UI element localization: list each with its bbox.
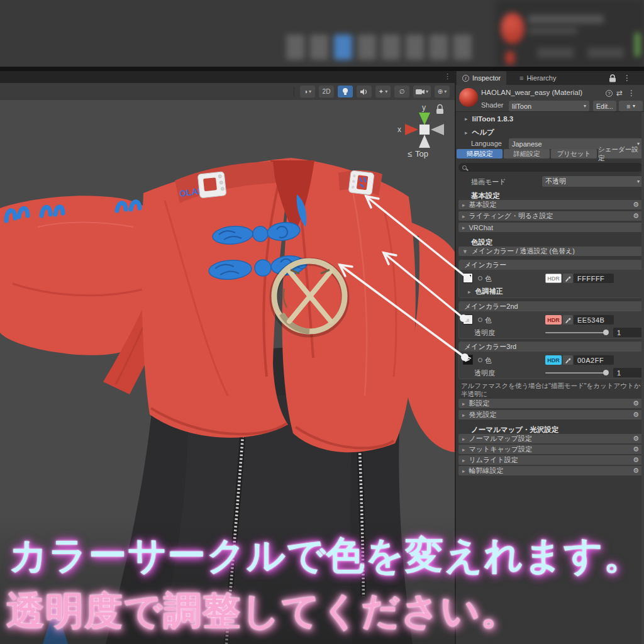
shader-menu-button[interactable]: ≡ ▾ [619, 101, 643, 111]
search-input[interactable] [458, 163, 643, 172]
tab-detail-settings[interactable]: 詳細設定 [504, 149, 550, 158]
opacity-value-field[interactable]: 1 [613, 328, 643, 337]
shader-label: Shader [481, 101, 503, 109]
kebab-icon[interactable]: ⋮ [628, 89, 635, 97]
alpha-mask-note-line1: アルファマスクを使う場合は"描画モード"をカットアウトか半透明に [461, 382, 643, 398]
hex-value-field[interactable]: EE534B [574, 315, 614, 325]
tab-presets[interactable]: プリセット [551, 149, 597, 158]
foldout-arrow-icon: ▸ [462, 401, 465, 407]
gear-icon[interactable]: ⚙ [633, 445, 639, 453]
foldout-shadow-settings[interactable]: ▸ 影設定 ⚙ [458, 399, 643, 408]
object-picker-icon[interactable] [478, 358, 482, 362]
blurred-toolbar-content [0, 0, 644, 68]
material-preview-sphere[interactable] [459, 88, 478, 107]
gizmos-button[interactable]: ⊕ ▾ [435, 86, 450, 97]
inspector-tab-bar: i Inspector ≡ Hierarchy ⋮ [456, 71, 644, 85]
eyedropper-icon[interactable] [563, 274, 573, 283]
window-separator [0, 67, 644, 71]
foldout-lighting-settings[interactable]: ▸ ライティング・明るさ設定 ⚙ [458, 211, 643, 221]
chevron-down-icon: ▾ [385, 89, 387, 94]
scene-camera-button[interactable]: ▾ [413, 86, 431, 97]
blurred-tool-button [382, 35, 400, 60]
speaker-icon [360, 88, 368, 96]
camera-icon [416, 89, 425, 95]
hex-value-field[interactable]: 00A2FF [574, 355, 614, 365]
foldout-main-color[interactable]: ▼ メインカラー / 透過設定 (色替え) [458, 247, 643, 256]
edit-shader-button[interactable]: Edit... [593, 101, 616, 111]
lock-icon[interactable] [609, 74, 616, 82]
material-header: HAOLAN_wear_easy (Material) ? ⇄ ⋮ Shader… [456, 85, 644, 112]
object-picker-icon[interactable] [478, 318, 482, 322]
main-color-2nd-group: メインカラー2nd 色 HDR EE534B 透明度 1 [458, 301, 643, 339]
hex-value-field[interactable]: FFFFFF [574, 274, 614, 283]
shader-value: lilToon [512, 103, 531, 110]
blurred-red-chip [506, 52, 514, 64]
foldout-label: マットキャップ設定 [469, 445, 533, 454]
gear-icon[interactable]: ⚙ [633, 467, 639, 475]
opacity-slider[interactable] [545, 332, 607, 333]
blurred-tool-button [286, 35, 304, 60]
foldout-arrow-icon: ▸ [462, 457, 465, 464]
foldout-vrchat[interactable]: ▸ VRChat [458, 223, 643, 232]
scene-toolbar: ◑ ▾ 2D ✦ ▾ ∅ ▾ [0, 83, 455, 100]
texture-thumbnail[interactable] [463, 314, 473, 325]
foldout-matcap[interactable]: ▸ マットキャップ設定 ⚙ [458, 445, 643, 454]
hdr-color-swatch[interactable]: HDR [545, 355, 562, 365]
scene-visibility-toggle[interactable]: ∅ [394, 86, 409, 97]
hdr-color-swatch[interactable]: HDR [545, 274, 562, 283]
foldout-emission-settings[interactable]: ▸ 発光設定 ⚙ [458, 410, 643, 419]
kebab-icon[interactable]: ⋮ [444, 72, 451, 80]
foldout-outline[interactable]: ▸ 輪郭線設定 ⚙ [458, 466, 643, 475]
scene-lighting-toggle[interactable] [338, 86, 353, 97]
blurred-button [587, 48, 624, 58]
help-icon[interactable]: ? [606, 90, 613, 97]
foldout-label: 輪郭線設定 [469, 466, 504, 475]
tab-inspector[interactable]: i Inspector [457, 71, 506, 85]
gear-icon[interactable]: ⚙ [633, 201, 639, 209]
kebab-icon[interactable]: ⋮ [623, 74, 631, 82]
texture-thumbnail[interactable] [463, 273, 473, 283]
object-picker-icon[interactable] [478, 276, 482, 280]
tab-simple-settings[interactable]: 簡易設定 [457, 149, 502, 158]
eyedropper-icon[interactable] [563, 315, 573, 325]
foldout-arrow-icon: ▸ [462, 436, 465, 442]
chevron-down-icon: ▾ [426, 89, 428, 94]
opacity-slider[interactable] [545, 372, 607, 374]
shader-dropdown[interactable]: lilToon ▾ [509, 101, 589, 111]
foldout-label: ライティング・明るさ設定 [469, 211, 553, 221]
2d-toggle-button[interactable]: 2D [319, 86, 334, 97]
gear-icon[interactable]: ⚙ [633, 399, 639, 408]
foldout-arrow-icon: ▸ [462, 447, 465, 453]
scene-audio-toggle[interactable] [357, 86, 372, 97]
gear-icon[interactable]: ⚙ [633, 212, 639, 220]
collar-buckle-left [197, 172, 226, 198]
opacity-value-field[interactable]: 1 [613, 368, 643, 377]
foldout-label: 基本設定 [469, 200, 497, 209]
texture-thumbnail[interactable] [463, 355, 473, 365]
tab-hierarchy[interactable]: ≡ Hierarchy [514, 71, 562, 85]
foldout-basic-settings[interactable]: ▸ 基本設定 ⚙ [458, 200, 643, 209]
foldout-rimlight[interactable]: ▸ リムライト設定 ⚙ [458, 455, 643, 465]
blurred-green-bar [635, 33, 640, 57]
gear-icon[interactable]: ⚙ [633, 411, 639, 419]
opacity-slider-handle[interactable] [603, 370, 609, 375]
gear-icon[interactable]: ⚙ [633, 435, 639, 443]
gizmo-center-cube[interactable] [419, 125, 430, 135]
preset-icon[interactable]: ⇄ [616, 89, 623, 97]
tone-correction-foldout[interactable]: ▸ 色調補正 [468, 287, 503, 296]
gizmo-view-label[interactable]: Top [415, 149, 428, 158]
shading-mode-button[interactable]: ◑ ▾ [300, 86, 315, 97]
opacity-slider-handle[interactable] [603, 330, 609, 335]
light-bulb-icon [341, 87, 349, 96]
liltoon-version-foldout[interactable]: ▸ lilToon 1.8.3 [465, 115, 513, 123]
hdr-color-swatch[interactable]: HDR [545, 315, 562, 325]
help-foldout[interactable]: ▸ ヘルプ [465, 128, 494, 137]
tab-shader-settings[interactable]: シェーダー設定 [598, 149, 644, 158]
scene-effects-button[interactable]: ✦ ▾ [375, 86, 391, 97]
eyedropper-icon[interactable] [563, 355, 573, 365]
foldout-arrow-icon: ▸ [462, 213, 465, 219]
render-mode-dropdown[interactable]: 不透明 ▾ [542, 176, 643, 187]
foldout-normal-map[interactable]: ▸ ノーマルマップ設定 ⚙ [458, 434, 643, 443]
gear-icon[interactable]: ⚙ [633, 456, 639, 464]
main-color-3rd-group: メインカラー3rd 色 HDR 00A2FF 透明度 1 [458, 341, 643, 379]
